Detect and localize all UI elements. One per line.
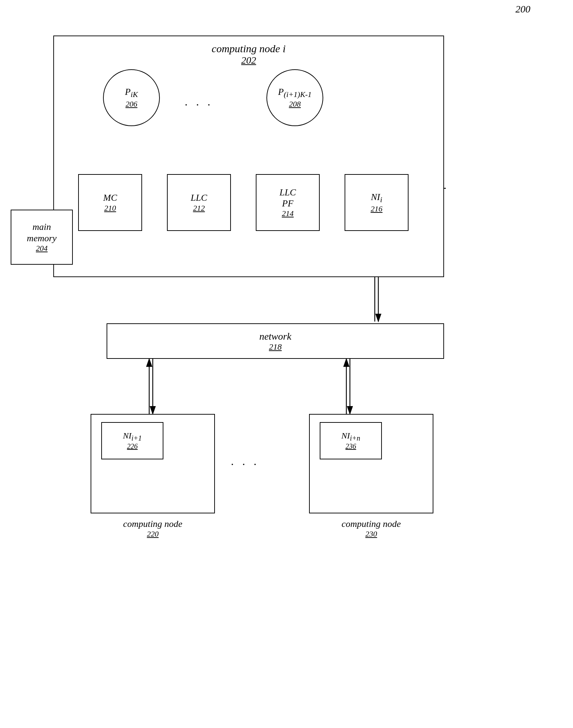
ni-main-number: 216 xyxy=(371,204,383,214)
llcpf-label: LLCPF xyxy=(280,187,296,209)
computing-node-title: computing node i xyxy=(212,43,286,54)
llc-number: 212 xyxy=(193,204,205,213)
cn-right-label: computing node 230 xyxy=(309,519,433,539)
proc-left-number: 206 xyxy=(126,99,137,109)
figure-number: 200 xyxy=(515,4,530,15)
ni-right-label: NIi+n xyxy=(341,431,360,442)
llcpf-number: 214 xyxy=(282,209,294,218)
network-number: 218 xyxy=(269,342,282,352)
proc-right-number: 208 xyxy=(289,99,301,109)
ni-right-number: 236 xyxy=(346,442,356,451)
llcpf-box: LLCPF 214 xyxy=(256,174,320,231)
computing-node-number: 202 xyxy=(53,55,444,66)
main-memory-box: mainmemory 204 xyxy=(11,210,73,265)
ni-left-label: NIi+1 xyxy=(123,431,142,442)
dots-bottom: . . . xyxy=(231,455,259,468)
cn-left-label: computing node 220 xyxy=(91,519,215,539)
mc-label: MC xyxy=(103,192,117,203)
processor-left: PiK 206 xyxy=(103,69,160,126)
llc-box: LLC 212 xyxy=(167,174,231,231)
ni-inner-left: NIi+1 226 xyxy=(101,422,163,459)
dots-processors: . . . xyxy=(185,95,213,108)
ni-main-box: NIi 216 xyxy=(345,174,409,231)
network-label: network xyxy=(259,331,291,342)
cn-right-number: 230 xyxy=(366,529,377,538)
computing-node-box xyxy=(53,36,444,277)
network-box: network 218 xyxy=(107,323,444,359)
cn-left-number: 220 xyxy=(147,529,159,538)
cn-right-title: computing node xyxy=(342,519,401,529)
ni-left-number: 226 xyxy=(127,442,138,451)
main-memory-label: mainmemory xyxy=(27,221,57,243)
ni-main-label: NIi xyxy=(371,192,382,204)
proc-right-label: P(i+1)K-1 xyxy=(278,87,312,99)
cn-left-title: computing node xyxy=(123,519,183,529)
computing-node-label: computing node i 202 xyxy=(53,43,444,66)
processor-right: P(i+1)K-1 208 xyxy=(266,69,323,126)
proc-left-label: PiK xyxy=(125,87,138,99)
llc-label: LLC xyxy=(191,192,207,203)
mc-box: MC 210 xyxy=(78,174,142,231)
mc-number: 210 xyxy=(104,204,116,213)
main-memory-number: 204 xyxy=(36,244,48,253)
ni-inner-right: NIi+n 236 xyxy=(320,422,382,459)
